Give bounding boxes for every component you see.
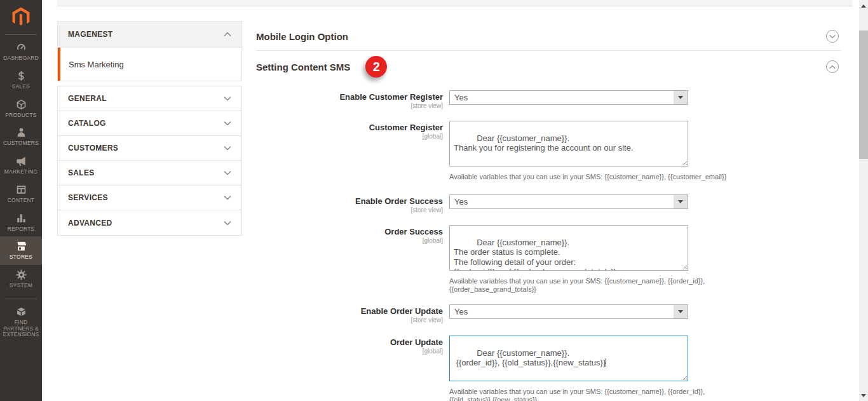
order-update-textarea[interactable]: Dear {{customer_name}}. {{order_id}}, {{…: [449, 336, 688, 381]
dropdown-arrow-icon[interactable]: [674, 305, 688, 318]
magento-logo-icon: [10, 6, 32, 28]
section-header-mobile-login[interactable]: Mobile Login Option: [256, 30, 841, 43]
collapse-section-button[interactable]: [826, 60, 839, 73]
sidebar-item-content[interactable]: CONTENT: [0, 180, 42, 208]
expand-section-button[interactable]: [826, 30, 839, 43]
textarea-text: Dear {{customer_name}}. {{order_id}}, {{…: [454, 348, 606, 368]
magento-logo[interactable]: [0, 0, 42, 29]
config-nav-section-customers[interactable]: CUSTOMERS: [58, 136, 241, 161]
resize-handle[interactable]: [681, 374, 687, 380]
field-label: Order Success: [256, 227, 443, 236]
scroll-up-icon[interactable]: [859, 1, 868, 10]
section-title: Mobile Login Option: [256, 31, 348, 42]
section-label: ADVANCED: [68, 219, 112, 228]
customer-register-textarea[interactable]: Dear {{customer_name}}. Thank you for re…: [449, 121, 688, 167]
sales-icon: [15, 70, 27, 82]
sidebar-divider: [5, 299, 37, 299]
config-nav-magenest-header[interactable]: MAGENEST: [57, 21, 242, 48]
sidebar-item-sales[interactable]: SALES: [0, 66, 42, 95]
active-indicator-bar: [58, 48, 60, 81]
sidebar-item-system[interactable]: SYSTEM: [0, 265, 42, 294]
sidebar-divider: [5, 34, 37, 35]
resize-handle[interactable]: [681, 264, 687, 269]
field-label: Enable Order Success: [256, 196, 443, 206]
enable-order-update-select[interactable]: Yes: [449, 304, 688, 319]
section-header-setting-content-sms[interactable]: Setting Content SMS 2: [256, 56, 841, 78]
sidebar-item-label: STORES: [10, 254, 32, 261]
dropdown-arrow-icon[interactable]: [674, 91, 688, 104]
admin-sidebar: DASHBOARD SALES PRODUCTS CUSTOMERS MARKE…: [0, 0, 42, 401]
field-scope: [store view]: [256, 316, 443, 324]
chevron-up-icon: [829, 65, 836, 69]
enable-order-success-select[interactable]: Yes: [449, 194, 688, 209]
stores-icon: [15, 240, 27, 252]
field-note: Available variables that you can use in …: [449, 173, 688, 181]
field-label: Order Update: [256, 337, 443, 347]
field-note: Available variables that you can use in …: [449, 277, 688, 294]
step-badge: 2: [365, 56, 387, 78]
sidebar-item-marketing[interactable]: MARKETING: [0, 151, 42, 180]
sidebar-item-dashboard[interactable]: DASHBOARD: [0, 37, 42, 66]
extensions-icon: [15, 306, 27, 318]
resize-handle[interactable]: [681, 160, 687, 165]
field-enable-customer-register: Enable Customer Register [store view] Ye…: [256, 90, 841, 110]
sms-settings-form: Enable Customer Register [store view] Ye…: [256, 90, 841, 401]
sidebar-item-label: CUSTOMERS: [3, 140, 39, 147]
field-customer-register: Customer Register [global] Dear {{custom…: [256, 121, 841, 181]
chevron-down-icon: [224, 146, 231, 151]
sidebar-item-products[interactable]: PRODUCTS: [0, 95, 42, 123]
enable-customer-register-select[interactable]: Yes: [449, 90, 688, 105]
chevron-down-icon: [224, 121, 231, 126]
field-order-success: Order Success [global] Dear {{customer_n…: [256, 225, 841, 294]
section-label: SALES: [68, 168, 95, 177]
sidebar-item-reports[interactable]: REPORTS: [0, 208, 42, 237]
section-title: Setting Content SMS: [256, 62, 350, 72]
field-label: Customer Register: [256, 123, 443, 132]
scrollbar-thumb[interactable]: [859, 31, 868, 159]
sidebar-item-label: CONTENT: [8, 198, 34, 204]
chevron-down-icon: [224, 195, 231, 200]
vertical-scrollbar[interactable]: [859, 0, 868, 401]
chevron-down-icon: [224, 221, 231, 226]
config-nav-section-services[interactable]: SERVICES: [58, 186, 241, 210]
sidebar-item-label: PRODUCTS: [5, 112, 36, 119]
config-nav-item-sms-marketing[interactable]: Sms Marketing: [57, 48, 242, 81]
sidebar-item-label: MARKETING: [4, 169, 37, 175]
config-nav-section-advanced[interactable]: ADVANCED: [58, 210, 241, 235]
sidebar-item-customers[interactable]: CUSTOMERS: [0, 123, 42, 151]
section-label: CATALOG: [68, 119, 106, 128]
config-nav-sections: GENERAL CATALOG CUSTOMERS SALES SERVICES…: [57, 86, 242, 236]
scroll-down-icon[interactable]: [859, 391, 868, 400]
dropdown-arrow-icon[interactable]: [674, 195, 688, 208]
section-divider: [256, 50, 841, 51]
products-icon: [15, 99, 27, 111]
sidebar-item-stores[interactable]: STORES: [0, 236, 42, 265]
system-icon: [15, 269, 27, 281]
field-scope: [global]: [256, 237, 443, 245]
config-nav-section-catalog[interactable]: CATALOG: [58, 111, 241, 136]
reports-icon: [15, 212, 27, 224]
content-icon: [15, 184, 27, 196]
chevron-down-icon: [224, 170, 231, 175]
config-nav-panel: MAGENEST Sms Marketing GENERAL CATALOG C…: [57, 21, 242, 236]
field-scope: [global]: [256, 348, 443, 355]
customers-icon: [15, 126, 27, 139]
field-label: Enable Order Update: [256, 306, 443, 316]
page-header-strip: [57, 0, 852, 6]
sidebar-item-find-partners[interactable]: FIND PARTNERS & EXTENSIONS: [0, 302, 42, 343]
chevron-up-icon: [224, 32, 231, 37]
order-success-textarea[interactable]: Dear {{customer_name}}. The order status…: [449, 225, 688, 271]
config-nav-section-general[interactable]: GENERAL: [58, 86, 241, 111]
field-order-update: Order Update [global] Dear {{customer_na…: [256, 336, 841, 401]
field-enable-order-update: Enable Order Update [store view] Yes: [256, 304, 841, 324]
text-caret: [606, 358, 606, 367]
section-label: GENERAL: [68, 94, 107, 103]
chevron-down-icon: [829, 34, 836, 39]
config-nav-header-label: MAGENEST: [68, 30, 112, 39]
chevron-down-icon: [224, 96, 231, 101]
config-nav-section-sales[interactable]: SALES: [58, 161, 241, 186]
field-enable-order-success: Enable Order Success [store view] Yes: [256, 194, 841, 214]
sidebar-item-label: DASHBOARD: [3, 55, 39, 62]
dashboard-icon: [15, 41, 27, 53]
field-scope: [store view]: [256, 102, 443, 110]
